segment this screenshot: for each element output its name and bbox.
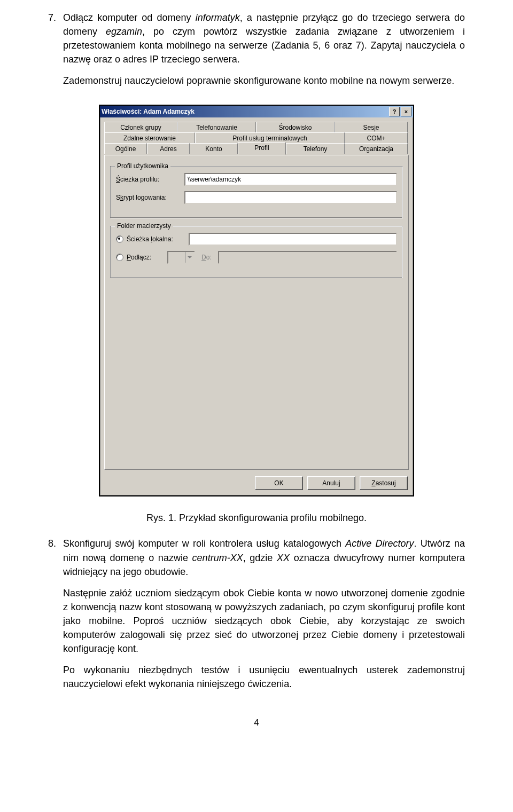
page-number: 4: [48, 718, 465, 728]
tab-panel: Profil użytkownika Ścieżka profilu: \\se…: [104, 155, 409, 470]
group-title-folder: Folder macierzysty: [115, 222, 173, 230]
tab-zdalne-sterowanie[interactable]: Zdalne sterowanie: [104, 132, 195, 143]
dialog-buttons: OK Anuluj Zastosuj: [100, 474, 413, 495]
help-button[interactable]: ?: [389, 107, 400, 116]
list-item-7: 7. Odłącz komputer od domeny informatyk,…: [48, 11, 465, 95]
item7-para2: Zademonstruj nauczycielowi poprawnie sko…: [63, 74, 465, 88]
item7-text: Odłącz komputer od domeny informatyk, a …: [63, 12, 465, 65]
figure-caption: Rys. 1. Przykład skonfigurowania profilu…: [48, 513, 465, 524]
input-sciezka-lokalna[interactable]: [189, 233, 397, 246]
properties-dialog: Właściwości: Adam Adamczyk ? × Członek g…: [99, 105, 414, 496]
apply-button[interactable]: Zastosuj: [360, 476, 408, 490]
tab-profil[interactable]: Profil: [238, 142, 286, 155]
list-item-8: 8. Skonfiguruj swój komputer w roli kont…: [48, 537, 465, 698]
radio-sciezka-lokalna[interactable]: [116, 235, 123, 243]
tab-telefony[interactable]: Telefony: [286, 143, 345, 154]
ok-button[interactable]: OK: [255, 476, 303, 490]
label-sciezka-profilu: Ścieżka profilu:: [116, 176, 184, 183]
item8-para3: Po wykonaniu niezbędnych testów i usunię…: [63, 663, 465, 691]
list-number: 8.: [48, 537, 63, 698]
label-podlacz: Podłącz:: [127, 254, 164, 261]
list-number: 7.: [48, 11, 63, 95]
input-do-path[interactable]: [218, 251, 397, 264]
tab-srodowisko[interactable]: Środowisko: [256, 122, 335, 132]
input-skrypt-logowania[interactable]: [184, 191, 397, 204]
group-folder-macierzysty: Folder macierzysty Ścieżka lokalna: Podł…: [110, 226, 403, 278]
figure-dialog: Właściwości: Adam Adamczyk ? × Członek g…: [99, 105, 414, 496]
label-sciezka-lokalna: Ścieżka lokalna:: [127, 235, 185, 243]
tab-telefonowanie[interactable]: Telefonowanie: [177, 122, 256, 132]
group-title-profil: Profil użytkownika: [115, 162, 170, 170]
dialog-titlebar: Właściwości: Adam Adamczyk ? ×: [100, 106, 413, 117]
tab-konto[interactable]: Konto: [190, 143, 238, 154]
tab-strip: Członek grupy Telefonowanie Środowisko S…: [104, 122, 409, 144]
select-drive-letter[interactable]: [167, 251, 195, 264]
dialog-title: Właściwości: Adam Adamczyk: [102, 108, 195, 115]
chevron-down-icon: [185, 252, 194, 263]
tab-sesje[interactable]: Sesje: [335, 122, 408, 132]
label-do: Do:: [201, 254, 212, 261]
close-button[interactable]: ×: [401, 107, 411, 116]
group-profil-uzytkownika: Profil użytkownika Ścieżka profilu: \\se…: [110, 166, 403, 218]
item8-text: Skonfiguruj swój komputer w roli kontrol…: [63, 538, 465, 577]
tab-czlonek-grupy[interactable]: Członek grupy: [104, 122, 177, 132]
tab-adres[interactable]: Adres: [147, 143, 190, 154]
radio-podlacz[interactable]: [116, 254, 123, 261]
label-skrypt-logowania: Skrypt logowania:: [116, 194, 184, 201]
tab-com-plus[interactable]: COM+: [345, 132, 408, 143]
svg-marker-0: [188, 256, 192, 258]
item8-para2: Następnie załóż uczniom siedzącym obok C…: [63, 586, 465, 656]
tab-profil-uslug[interactable]: Profil usług terminalowych: [195, 132, 345, 143]
cancel-button[interactable]: Anuluj: [307, 476, 355, 490]
tab-organizacja[interactable]: Organizacja: [345, 143, 408, 154]
input-sciezka-profilu[interactable]: \\serwer\adamczyk: [184, 173, 397, 186]
tab-ogolne[interactable]: Ogólne: [104, 143, 147, 154]
